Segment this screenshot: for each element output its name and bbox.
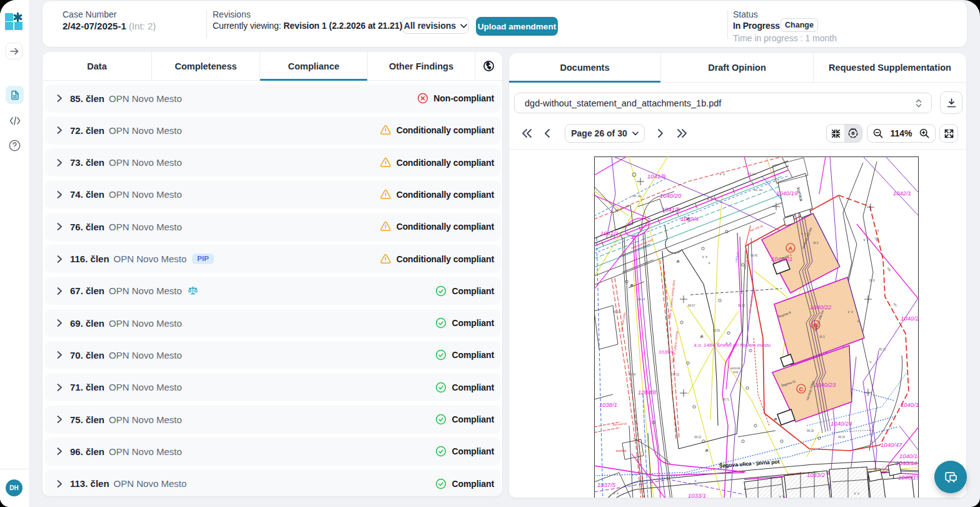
svg-text:∨ ∨: ∨ ∨ (779, 494, 785, 498)
svg-text:1033/2: 1033/2 (807, 471, 826, 478)
svg-text:P.: P. (700, 335, 704, 339)
svg-text:ost. les: ost. les (754, 188, 763, 192)
svg-text:ekološki: ekološki (730, 367, 740, 370)
svg-text:∨ ∨: ∨ ∨ (719, 172, 725, 176)
svg-text:98.34: 98.34 (629, 373, 636, 376)
svg-text:∨ ∨: ∨ ∨ (632, 473, 638, 476)
svg-text:∨ ∨: ∨ ∨ (610, 235, 616, 238)
svg-text:95.9: 95.9 (869, 279, 875, 282)
svg-text:∨ ∨: ∨ ∨ (854, 491, 860, 495)
svg-text:C: C (799, 386, 804, 392)
svg-text:∨ ∨: ∨ ∨ (725, 341, 732, 345)
svg-text:1040/19: 1040/19 (776, 190, 798, 197)
svg-text:1039/6: 1039/6 (659, 349, 674, 355)
svg-text:P.: P. (630, 284, 634, 287)
svg-text:P.: P. (677, 260, 680, 264)
svg-text:∨ ∨: ∨ ∨ (613, 491, 619, 495)
svg-text:∨: ∨ (857, 319, 859, 323)
svg-text:P.: P. (774, 417, 777, 421)
svg-text:1037/5: 1037/5 (597, 481, 616, 488)
svg-text:98.05: 98.05 (713, 329, 720, 332)
svg-text:98.22: 98.22 (694, 436, 702, 439)
svg-text:1033/1: 1033/1 (688, 492, 706, 498)
svg-text:1040/15: 1040/15 (898, 474, 919, 481)
svg-text:k.o. 1484 Šmihel pri Novem mes: k.o. 1484 Šmihel pri Novem mestu (694, 342, 771, 348)
svg-text:P.: P. (705, 449, 709, 453)
svg-text:5.5 pot: 5.5 pot (747, 173, 757, 176)
svg-text:1040/24: 1040/24 (831, 420, 852, 427)
svg-text:99.02: 99.02 (613, 310, 620, 314)
svg-text:1042/1: 1042/1 (893, 190, 911, 197)
svg-text:1040/20: 1040/20 (660, 192, 682, 199)
svg-text:∨: ∨ (694, 479, 697, 483)
svg-text:98.40: 98.40 (750, 254, 758, 257)
svg-text:95.5: 95.5 (819, 335, 825, 339)
svg-text:∨: ∨ (869, 360, 872, 364)
svg-text:1040/14: 1040/14 (896, 459, 917, 466)
svg-text:1041/9: 1041/9 (647, 173, 666, 180)
svg-text:1284/8: 1284/8 (638, 389, 657, 396)
svg-text:98.28: 98.28 (807, 429, 814, 433)
svg-text:95.5: 95.5 (813, 242, 819, 245)
svg-text:98.71: 98.71 (722, 398, 730, 401)
svg-text:∨: ∨ (877, 228, 879, 232)
svg-text:1041/5: 1041/5 (662, 206, 680, 213)
svg-text:98.31: 98.31 (672, 373, 680, 376)
svg-text:95.71: 95.71 (879, 348, 886, 351)
svg-text:otok: otok (733, 371, 739, 374)
svg-text:dvorišče: dvorišče (616, 449, 627, 453)
svg-text:P.: P. (687, 217, 690, 221)
svg-text:99.14: 99.14 (638, 298, 645, 301)
svg-text:98.34: 98.34 (838, 436, 846, 439)
svg-text:1040/17: 1040/17 (901, 401, 919, 408)
svg-text:met. les: met. les (632, 195, 642, 198)
svg-text:A: A (789, 245, 793, 252)
svg-text:∨ ∨: ∨ ∨ (863, 238, 869, 242)
svg-text:∨ ∨: ∨ ∨ (847, 310, 854, 314)
svg-text:1040/16: 1040/16 (899, 453, 919, 459)
svg-text:1040/23: 1040/23 (814, 381, 836, 388)
svg-text:1040/47: 1040/47 (881, 441, 902, 448)
svg-text:∨: ∨ (708, 261, 710, 265)
svg-text:98.67: 98.67 (688, 304, 695, 307)
svg-text:∨ ∨: ∨ ∨ (702, 255, 708, 259)
svg-text:98.03: 98.03 (738, 304, 745, 307)
svg-text:1038/1: 1038/1 (599, 401, 617, 408)
svg-text:∨ ∨: ∨ ∨ (707, 197, 713, 201)
svg-text:1040/26: 1040/26 (901, 315, 919, 322)
